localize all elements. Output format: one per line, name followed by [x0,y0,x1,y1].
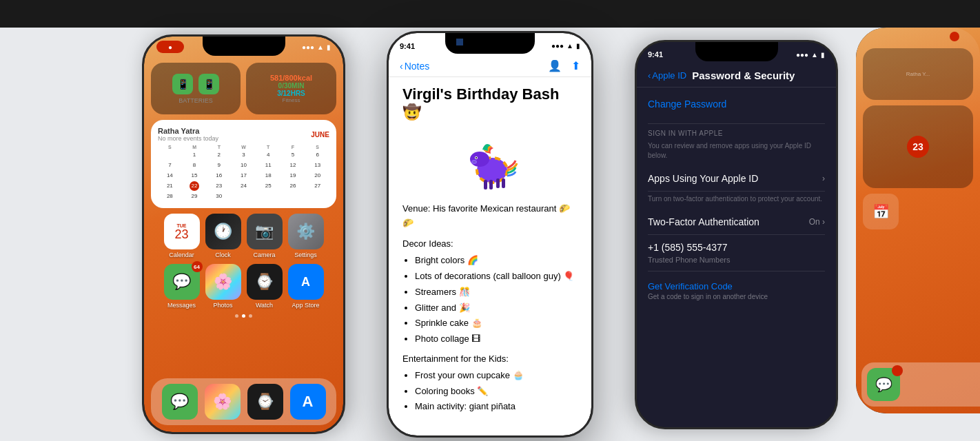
app-icon-watch[interactable]: ⌚ Watch [247,264,283,309]
calendar-name: Ratha Yatra [158,127,218,135]
app-icon-calendar[interactable]: TUE 23 Calendar [164,214,200,258]
notes-nav: ‹ Notes 👤 ⬆ [389,55,591,77]
status-right: ●●● ▲ ▮ [302,43,331,51]
dock-appstore[interactable]: A [290,384,326,420]
decor-item-3: Streamers 🎊 [415,285,578,300]
messages-badge: 64 [192,261,203,272]
settings-battery-icon: ▮ [821,51,825,59]
app-icon-messages[interactable]: 💬 64 Messages [164,264,200,309]
phone-number: +1 (585) 555-4377 [648,242,825,253]
notes-back-button[interactable]: ‹ Notes [400,61,429,72]
app-icon-appstore[interactable]: A App Store [288,264,324,309]
app-icon-settings[interactable]: ⚙️ Settings [288,214,324,258]
phone-far-right-screen: Ratha Y... 23 📅 💬 [856,28,980,413]
apps-using-chevron: › [822,174,825,183]
calendar-icon: TUE 23 [164,214,200,249]
calendar-widget[interactable]: Ratha Yatra No more events today JUNE S … [151,120,336,208]
change-password-link[interactable]: Change Password [648,99,825,110]
notes-venue: Venue: His favorite Mexican restaurant 🌮… [402,202,578,231]
calendar-no-events: No more events today [158,135,218,142]
clock-app-label: Clock [215,252,231,258]
phone4-messages-badge [892,365,903,376]
phone-left-screen: ● ●●● ▲ ▮ 📱 📱 Batteries [144,37,343,432]
widgets-area: 📱 📱 Batteries 581/800kcal 0/30MIN 3/12HR… [151,63,336,318]
fitness-widget[interactable]: 581/800kcal 0/30MIN 3/12HRS Fitness [246,63,336,114]
messages-icon: 💬 64 [164,264,200,300]
entertainment-list: Frost your own cupcake 🧁 Coloring books … [402,369,578,414]
settings-back-label: Apple ID [652,70,686,81]
messages-app-label: Messages [167,302,196,309]
venue-text: Venue: His favorite Mexican restaurant 🌮… [402,203,570,228]
scene: ● ●●● ▲ ▮ 📱 📱 Batteries [0,0,980,441]
appstore-app-label: App Store [292,302,319,309]
decor-list: Bright colors 🌈 Lots of decorations (cal… [402,254,578,347]
widget-row-top: 📱 📱 Batteries 581/800kcal 0/30MIN 3/12HR… [151,63,336,114]
get-verification-sub: Get a code to sign in on another device [648,293,825,300]
notes-back-label: Notes [405,61,430,72]
notch-left [203,37,285,56]
phone-center: 9:41 ●●● ▲ ▮ ‹ Notes 👤 ⬆ [387,31,593,438]
entertainment-section: Entertainment for the Kids: Frost your o… [402,352,578,414]
svg-rect-3 [484,180,487,189]
top-bar [0,0,980,28]
apps-using-row[interactable]: Apps Using Your Apple ID › [648,166,825,192]
svg-rect-5 [496,178,500,188]
dock-photos[interactable]: 🌸 [205,384,241,420]
fitness-label: Fitness [283,97,300,103]
dock-messages[interactable]: 💬 [162,384,198,420]
chevron-left-icon: ‹ [400,61,403,72]
wifi-icon: ▲ [317,43,324,51]
settings-back-button[interactable]: ‹ Apple ID [648,70,686,81]
batteries-label: Batteries [178,97,212,104]
phone-far-right: Ratha Y... 23 📅 💬 [856,28,980,413]
fitness-hrs: 3/12HRS [277,90,305,97]
phone-right: 9:41 ●●● ▲ ▮ ‹ Apple ID Password & Secur… [635,40,838,429]
decor-item-2: Lots of decorations (call balloon guy) 🎈 [415,269,578,284]
fitness-min: 0/30MIN [278,82,305,90]
get-verification-link[interactable]: Get Verification Code [648,281,825,291]
wifi-icon-center: ▲ [566,42,573,50]
decor-item-5: Sprinkle cake 🎂 [415,316,578,331]
share-icon[interactable]: ⬆ [571,59,580,72]
phone-center-screen: 9:41 ●●● ▲ ▮ ‹ Notes 👤 ⬆ [389,33,591,435]
share-person-icon[interactable]: 👤 [548,59,562,72]
watch-app-label: Watch [256,302,273,309]
record-indicator: ● [156,41,184,53]
two-factor-description: Turn on two-factor authentication to pro… [648,194,825,204]
app-icon-camera[interactable]: 📷 Camera [247,214,283,258]
app-icon-photos[interactable]: 🌸 Photos [205,264,241,309]
notes-time: 9:41 [400,42,415,50]
fitness-kcal: 581/800kcal [270,74,312,82]
app-icon-clock[interactable]: 🕐 Clock [205,214,241,258]
dot-3 [249,314,252,318]
decor-item-4: Glitter and 🎉 [415,301,578,316]
settings-wifi-icon: ▲ [811,51,818,59]
notch-center [445,33,535,54]
clock-icon: 🕐 [205,214,241,249]
app-row-2: 💬 64 Messages 🌸 Photos ⌚ Watch A [151,264,336,309]
entertainment-item-2: Coloring books ✏️ [415,384,578,399]
batteries-widget[interactable]: 📱 📱 Batteries [151,63,241,114]
settings-cellular-icon: ●●● [796,51,808,59]
notch-right [695,42,778,61]
two-factor-row[interactable]: Two-Factor Authentication On › [648,209,825,235]
sign-in-description: You can review and remove apps using you… [648,141,825,161]
pinata-image [402,130,578,192]
notes-signals: ●●● ▲ ▮ [551,42,580,50]
svg-point-10 [473,161,474,163]
battery-icon: ▮ [327,43,331,51]
dock-watch[interactable]: ⌚ [247,384,283,420]
settings-page-title: Password & Security [692,70,795,81]
app-row-1: TUE 23 Calendar 🕐 Clock 📷 Camera [151,214,336,258]
photos-app-label: Photos [213,302,232,309]
svg-rect-6 [502,178,505,188]
battery-icon-1: 📱 [172,74,193,94]
svg-point-8 [476,157,477,158]
appstore-icon: A [288,264,324,300]
dot-2 [242,314,245,318]
calendar-month: JUNE [311,131,329,139]
settings-app-label: Settings [294,252,317,258]
entertainment-item-1: Frost your own cupcake 🧁 [415,369,578,383]
cellular-icon: ●●● [551,42,564,50]
chevron-left-icon-settings: ‹ [648,70,651,81]
